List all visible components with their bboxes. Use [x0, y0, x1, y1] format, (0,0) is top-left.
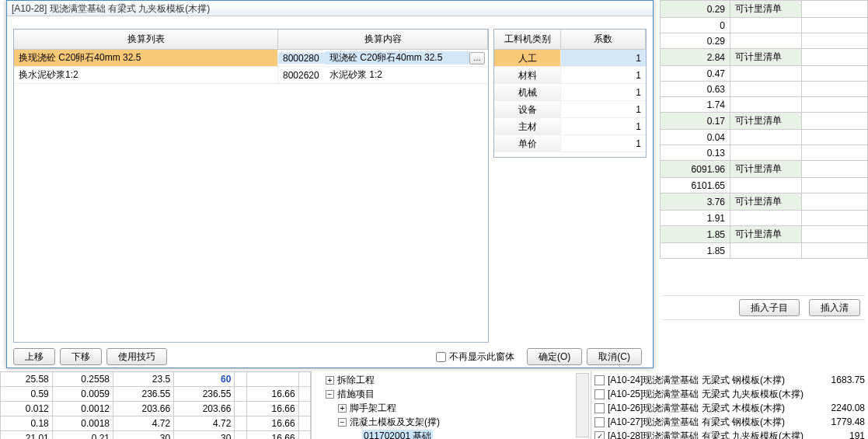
label-cell: 可计里清单: [730, 1, 802, 18]
template-item[interactable]: [A10-25]现浇满堂基础 无梁式 九夹板模板(木撑): [594, 387, 865, 401]
coef-type: 人工: [494, 50, 561, 66]
tips-button[interactable]: 使用技巧: [106, 348, 167, 365]
value-row[interactable]: 6091.96可计里清单: [661, 161, 868, 178]
tree-toggle-icon[interactable]: +: [338, 404, 347, 413]
insert-list-button[interactable]: 插入清: [809, 299, 860, 316]
value-row[interactable]: 1.85可计里清单: [661, 226, 868, 243]
tree-item[interactable]: 011702001 基础: [315, 429, 587, 439]
checkbox-icon[interactable]: [594, 403, 605, 413]
conversion-code: 8002620: [278, 70, 325, 81]
label-cell: 可计里清单: [730, 161, 802, 178]
coef-type: 机械: [494, 84, 561, 100]
table-cell: [246, 372, 298, 387]
table-cell: 16.66: [246, 431, 298, 440]
label-cell: [730, 211, 802, 226]
value-row[interactable]: 0.29: [661, 33, 868, 49]
coef-value: 1: [561, 87, 646, 98]
value-cell: 2.84: [661, 49, 730, 66]
template-item[interactable]: [A10-26]现浇满堂基础 无梁式 木模板(木撑)2240.08: [594, 401, 865, 415]
tree-item[interactable]: −措施项目: [315, 387, 587, 401]
table-cell: 21.01: [1, 431, 53, 440]
table-row[interactable]: 0.180.00184.724.7216.66: [1, 416, 311, 431]
template-item[interactable]: ✓[A10-28]现浇满堂基础 有梁式 九夹板模板(木撑)191: [594, 429, 865, 439]
conversion-list-grid[interactable]: 换算列表 换算内容 换现浇砼 C20卵石40mm 32.58000280现浇砼 …: [13, 29, 489, 343]
project-tree[interactable]: +拆除工程−措施项目+脚手架工程−混凝土模板及支架(撑)011702001 基础: [311, 371, 591, 439]
value-row[interactable]: 1.91: [661, 211, 868, 226]
table-cell: [235, 416, 246, 431]
template-label: [A10-27]现浇满堂基础 有梁式 钢模板(木撑): [608, 416, 785, 429]
table-row[interactable]: 0.590.0059236.55236.5516.66: [1, 387, 311, 402]
value-row[interactable]: 0.63: [661, 82, 868, 97]
conversion-row[interactable]: 换现浇砼 C20卵石40mm 32.58000280现浇砼 C20卵石40mm …: [14, 50, 488, 67]
value-row[interactable]: 1.85: [661, 243, 868, 259]
table-cell: 4.72: [174, 416, 235, 431]
value-row[interactable]: 0.17可计里清单: [661, 113, 868, 130]
value-row[interactable]: 3.76可计里清单: [661, 193, 868, 211]
template-list[interactable]: [A10-24]现浇满堂基础 无梁式 钢模板(木撑)1683.75[A10-25…: [591, 371, 868, 439]
template-label: [A10-25]现浇满堂基础 无梁式 九夹板模板(木撑): [608, 388, 804, 401]
coef-row[interactable]: 设备1: [494, 101, 646, 118]
labor-material-grid[interactable]: 工料机类别 系数 人工1材料1机械1设备1主材1单价1: [493, 29, 647, 158]
tree-item[interactable]: +脚手架工程: [315, 401, 587, 415]
template-label: [A10-28]现浇满堂基础 有梁式 九夹板模板(木撑): [608, 430, 804, 440]
checkbox-icon[interactable]: [594, 389, 605, 399]
table-cell: 60: [174, 372, 235, 387]
label-cell: [730, 243, 802, 259]
value-row[interactable]: 0: [661, 18, 868, 33]
coef-row[interactable]: 材料1: [494, 67, 646, 84]
conversion-row[interactable]: 换水泥砂浆1:28002620水泥砂浆 1:2: [14, 67, 488, 84]
dialog-title: [A10-28] 现浇满堂基础 有梁式 九夹板模板(木撑): [7, 1, 653, 16]
quantity-grid: 25.580.255823.5600.590.0059236.55236.551…: [0, 371, 311, 439]
dont-show-checkbox[interactable]: [436, 352, 446, 362]
value-cell: 1.74: [661, 97, 730, 113]
value-row[interactable]: 0.13: [661, 145, 868, 161]
conversion-content: 水泥砂浆 1:2: [325, 68, 488, 82]
coef-row[interactable]: 主材1: [494, 118, 646, 135]
table-row[interactable]: 25.580.255823.560: [1, 372, 311, 387]
table-row[interactable]: 21.010.21303016.66: [1, 431, 311, 440]
tree-toggle-icon[interactable]: −: [338, 418, 347, 427]
tree-item[interactable]: +拆除工程: [315, 373, 587, 387]
more-button[interactable]: …: [469, 52, 485, 64]
value-cell: 6091.96: [661, 161, 730, 178]
coef-row[interactable]: 人工1: [494, 50, 646, 67]
value-row[interactable]: 6101.65: [661, 178, 868, 193]
tree-toggle-icon[interactable]: +: [326, 376, 334, 385]
template-value: 191: [849, 430, 865, 439]
move-down-button[interactable]: 下移: [60, 348, 102, 365]
ok-button[interactable]: 确定(O): [527, 348, 582, 365]
dont-show-label: 不再显示此窗体: [449, 350, 514, 364]
value-cell: 0.29: [661, 1, 730, 18]
col-conversion-content: 换算内容: [278, 30, 488, 50]
coef-row[interactable]: 单价1: [494, 135, 646, 152]
template-item[interactable]: [A10-27]现浇满堂基础 有梁式 钢模板(木撑)1779.48: [594, 415, 865, 429]
conversion-code: 8000280: [278, 53, 325, 64]
table-cell: 236.55: [174, 387, 235, 402]
value-row[interactable]: 0.29可计里清单: [661, 1, 868, 18]
value-row[interactable]: 0.04: [661, 130, 868, 145]
tree-toggle-icon[interactable]: −: [326, 390, 334, 399]
coef-row[interactable]: 机械1: [494, 84, 646, 101]
value-row[interactable]: 2.84可计里清单: [661, 49, 868, 66]
conversion-name: 换现浇砼 C20卵石40mm 32.5: [14, 50, 278, 66]
value-row[interactable]: 0.47: [661, 66, 868, 82]
cancel-button[interactable]: 取消(C): [587, 348, 642, 365]
checkbox-icon[interactable]: [594, 375, 605, 385]
move-up-button[interactable]: 上移: [13, 348, 55, 365]
table-cell: [298, 431, 310, 440]
col-coef: 系数: [561, 30, 646, 50]
checkbox-icon[interactable]: [594, 417, 605, 427]
checkbox-icon[interactable]: ✓: [594, 431, 605, 440]
insert-button-row: 插入子目 插入清: [663, 295, 865, 320]
tree-item[interactable]: −混凝土模板及支架(撑): [315, 415, 587, 429]
value-row[interactable]: 1.74: [661, 97, 868, 113]
lower-panel: 25.580.255823.5600.590.0059236.55236.551…: [0, 371, 868, 439]
tree-scrollbar[interactable]: [576, 373, 589, 437]
value-cell: 1.91: [661, 211, 730, 226]
table-row[interactable]: 0.0120.0012203.66203.6616.66: [1, 402, 311, 416]
template-item[interactable]: [A10-24]现浇满堂基础 无梁式 钢模板(木撑)1683.75: [594, 373, 865, 387]
table-cell: 16.66: [246, 416, 298, 431]
table-cell: [298, 402, 310, 416]
label-cell: [730, 82, 802, 97]
insert-sub-button[interactable]: 插入子目: [739, 299, 800, 316]
